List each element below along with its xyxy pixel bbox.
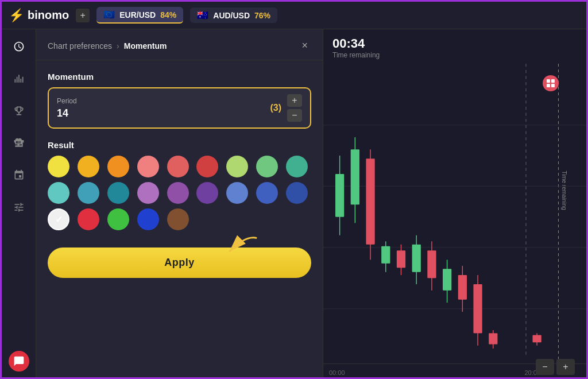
pair-label-aud: AUD/USD [213, 11, 250, 20]
result-title: Result [48, 140, 311, 150]
topbar: ⚡ binomo + 🇪🇺 EUR/USD 84% 🇦🇺 AUD/USD 76% [2, 2, 586, 29]
zoom-out-button[interactable]: − [536, 359, 554, 375]
pair-pct-aud: 76% [254, 11, 270, 20]
momentum-title: Momentum [48, 72, 311, 82]
add-tab-button[interactable]: + [76, 9, 90, 22]
sidebar-item-settings[interactable] [9, 197, 29, 218]
color-dot-15[interactable] [226, 182, 248, 204]
svg-rect-26 [489, 333, 497, 344]
flag-aud: 🇦🇺 [197, 10, 208, 21]
chart-svg-wrap [323, 64, 586, 358]
color-dot-3[interactable] [137, 156, 159, 177]
logo: ⚡ binomo [9, 8, 69, 23]
period-increment-button[interactable]: + [287, 94, 302, 107]
svg-rect-20 [443, 269, 451, 290]
color-dot-21[interactable] [137, 208, 159, 230]
svg-rect-8 [351, 149, 359, 204]
pair-label-eur: EUR/USD [119, 10, 156, 20]
color-dot-18[interactable] [48, 208, 69, 230]
color-dot-2[interactable] [107, 156, 129, 177]
sidebar-item-trophy[interactable] [9, 100, 29, 121]
chart-area: 00:34 Time remaining Time remaining [323, 29, 586, 379]
sidebar [2, 29, 36, 379]
breadcrumb-parent[interactable]: Chart preferences [48, 41, 112, 51]
breadcrumb-current: Momentum [124, 41, 167, 51]
color-dot-14[interactable] [196, 182, 218, 204]
svg-rect-14 [397, 250, 405, 268]
pair-tab-audusd[interactable]: 🇦🇺 AUD/USD 76% [190, 7, 277, 23]
apply-button[interactable]: Apply [48, 247, 311, 278]
breadcrumb-chevron: › [117, 41, 119, 51]
svg-rect-10 [366, 158, 374, 244]
color-dot-13[interactable] [167, 182, 189, 204]
timer-value: 00:34 [332, 36, 577, 51]
sidebar-item-chart[interactable] [9, 68, 29, 89]
color-grid [48, 156, 311, 230]
main-layout: Chart preferences › Momentum × Momentum … [2, 29, 586, 379]
color-dot-17[interactable] [286, 182, 308, 204]
color-dot-7[interactable] [256, 156, 278, 177]
color-dot-8[interactable] [286, 156, 308, 177]
svg-rect-12 [381, 246, 390, 264]
flag-eur: 🇪🇺 [103, 9, 115, 20]
momentum-section: Momentum Period 14 (3) + − [48, 72, 311, 129]
color-dot-16[interactable] [256, 182, 278, 204]
apply-section: Apply [36, 242, 323, 289]
color-dot-6[interactable] [226, 156, 248, 177]
chart-header: 00:34 Time remaining [323, 29, 586, 66]
svg-rect-29 [532, 335, 541, 343]
period-value: 14 [57, 107, 77, 119]
panel-header: Chart preferences › Momentum × [36, 29, 323, 60]
candlestick-chart [323, 64, 586, 358]
color-dot-10[interactable] [78, 182, 99, 204]
color-dot-4[interactable] [167, 156, 189, 177]
sidebar-item-chat[interactable] [9, 351, 29, 372]
zoom-in-button[interactable]: + [556, 359, 575, 375]
color-dot-1[interactable] [78, 156, 99, 177]
logo-text: binomo [28, 9, 69, 22]
color-dot-20[interactable] [107, 208, 129, 230]
close-button[interactable]: × [298, 38, 311, 53]
period-decrement-button[interactable]: − [287, 109, 302, 122]
breadcrumb: Chart preferences › Momentum [48, 41, 167, 51]
color-dot-5[interactable] [196, 156, 218, 177]
svg-rect-24 [473, 284, 482, 333]
time-label-start: 00:00 [329, 369, 345, 376]
period-left: Period 14 [57, 97, 77, 119]
svg-rect-16 [412, 245, 421, 272]
color-dot-11[interactable] [107, 182, 129, 204]
svg-rect-22 [458, 275, 467, 300]
svg-rect-18 [427, 250, 436, 278]
timer-label: Time remaining [332, 51, 577, 59]
period-box: Period 14 (3) + − [48, 87, 311, 129]
color-dot-0[interactable] [48, 156, 69, 177]
color-dot-9[interactable] [48, 182, 69, 204]
period-annotation: (3) [270, 103, 281, 113]
period-controls: + − [287, 94, 302, 122]
logo-icon: ⚡ [9, 8, 24, 23]
sidebar-item-clock[interactable] [9, 36, 29, 57]
color-dot-22[interactable] [167, 208, 189, 230]
panel-body: Momentum Period 14 (3) + − Result [36, 60, 323, 242]
color-dot-19[interactable] [78, 208, 99, 230]
zoom-controls: − + [536, 359, 575, 375]
period-label: Period [57, 97, 77, 105]
svg-rect-6 [335, 174, 344, 217]
sidebar-item-calendar[interactable] [9, 165, 29, 185]
panel: Chart preferences › Momentum × Momentum … [36, 29, 323, 379]
pair-pct-eur: 84% [160, 10, 176, 20]
result-section: Result [48, 140, 311, 230]
color-dot-12[interactable] [137, 182, 159, 204]
pair-tab-eurusd[interactable]: 🇪🇺 EUR/USD 84% [96, 7, 183, 24]
sidebar-item-gift[interactable] [9, 133, 29, 153]
